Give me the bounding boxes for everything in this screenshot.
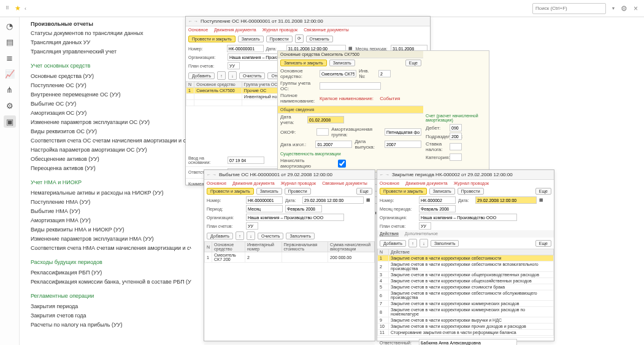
table-row[interactable]: 10Закрытие счетов в части корректировки … [378, 324, 554, 330]
table-row[interactable]: 5Закрытие счетов в части корректировки с… [378, 284, 554, 290]
cat-input[interactable] [450, 153, 462, 161]
tree-item[interactable]: Амортизация НМА (УУ) [31, 216, 186, 225]
period-input[interactable] [419, 205, 456, 212]
tab[interactable]: Журнал проводок [263, 28, 297, 32]
vyb-table[interactable]: NОсновное средствоИнвентарный номерПерво… [204, 241, 375, 263]
table-row[interactable]: 1Смеситель СК7 2002200 000.00 [205, 252, 375, 263]
process-close-button[interactable]: Провести и закрыть [380, 188, 427, 195]
org-input[interactable] [246, 214, 344, 221]
dropdown-icon[interactable]: ▾ [610, 5, 617, 12]
cancel-button[interactable]: Отменить [306, 36, 333, 42]
sub-link[interactable]: Краткое наименование: [320, 96, 374, 101]
deb-input[interactable] [450, 124, 462, 131]
tree-item[interactable]: Обесценение активов (УУ) [31, 155, 186, 164]
post-button[interactable]: Провести [266, 36, 293, 42]
stav-input[interactable] [450, 143, 462, 150]
plan-input[interactable] [228, 62, 240, 69]
tab[interactable]: Движения документа [214, 28, 256, 32]
table-row[interactable]: 11Сторнирование закрытия счетов в части … [378, 330, 554, 336]
fill-button[interactable]: Заполнить [286, 233, 314, 239]
vyp-input[interactable] [385, 141, 421, 148]
save-close-button[interactable]: Записать и закрыть [280, 60, 327, 66]
date-input[interactable] [307, 116, 344, 123]
period-val-input[interactable] [285, 205, 322, 212]
actions-table[interactable]: NДействие 1Закрытие счетов в части корре… [377, 249, 554, 336]
pie-icon[interactable]: ◔ [4, 20, 16, 32]
tree-item[interactable]: Закрытия периода [31, 302, 186, 311]
fwd-icon[interactable]: → [385, 172, 389, 177]
post-button[interactable]: Провести [285, 188, 311, 195]
up-icon[interactable]: ↑ [236, 231, 244, 240]
down-icon[interactable]: ↓ [420, 239, 428, 247]
subtab[interactable]: Действия [380, 231, 399, 236]
apps-icon[interactable]: ⠿ [4, 5, 11, 12]
back-icon[interactable]: ← [207, 172, 211, 177]
tree-item[interactable]: Произвольные отчеты [31, 20, 186, 29]
tab[interactable]: Журнал проводок [454, 181, 489, 185]
up-icon[interactable]: ↑ [408, 239, 417, 247]
doc-icon[interactable]: ▤ [4, 36, 16, 48]
num-input[interactable] [419, 196, 456, 204]
more-button[interactable]: Еще [535, 188, 551, 195]
tree-item[interactable]: Выбытие НМА (УУ) [31, 207, 186, 216]
search-input[interactable] [532, 3, 606, 14]
write-button[interactable]: Записать [429, 188, 455, 195]
add-button[interactable]: Добавить [207, 233, 233, 239]
close-icon[interactable]: × [631, 4, 640, 13]
izg-input[interactable] [315, 141, 352, 148]
date-input[interactable] [475, 196, 537, 204]
add-button[interactable]: Добавить [380, 240, 406, 247]
amort-checkbox[interactable] [338, 160, 346, 168]
table-row[interactable]: 6Закрытие счетов в части корректировки с… [378, 290, 554, 301]
table-row[interactable]: 2Закрытие счетов в части корректировки с… [378, 262, 554, 272]
tab[interactable]: Движения документа [232, 181, 275, 185]
write-button[interactable]: Записать [329, 60, 355, 66]
tree-item[interactable]: Статусы документов по трансляции данных [31, 29, 186, 38]
tree-item[interactable]: Внутреннее перемещение ОС (УУ) [31, 90, 186, 99]
clear-button[interactable]: Очистить [258, 233, 283, 239]
refresh-icon[interactable]: ⟳ [295, 34, 304, 43]
tree-item[interactable]: Виды реквизитов ОС (УУ) [31, 127, 186, 136]
tree-item[interactable]: Амортизация ОС (УУ) [31, 109, 186, 118]
table-row[interactable]: 8Закрытие счетов в части корректировки к… [378, 307, 554, 317]
date-input[interactable] [302, 196, 364, 204]
star-icon[interactable]: ★ [15, 4, 21, 12]
events-link[interactable]: События [380, 96, 400, 101]
podr-input[interactable] [450, 133, 462, 140]
period-type-input[interactable] [246, 205, 283, 212]
fwd-icon[interactable]: → [194, 19, 198, 23]
more-button[interactable]: Еще [405, 60, 421, 66]
down-icon[interactable]: ↓ [247, 231, 255, 240]
tree-item[interactable]: Настройка параметров амортизации ОС (УУ) [31, 145, 186, 155]
chart-icon[interactable]: 📈 [4, 68, 16, 80]
table-row[interactable]: 7Закрытие счетов в части корректировки к… [378, 301, 554, 307]
tree-item[interactable]: Соответствия счета ОС счетам начисления … [31, 136, 186, 145]
gr-input[interactable] [320, 82, 381, 90]
tree-item[interactable]: Трансляция данных УУ [31, 38, 186, 47]
share-icon[interactable]: ⋔ [4, 83, 16, 96]
table-row[interactable]: 4Закрытие счетов в части корректировки о… [378, 278, 554, 284]
tab[interactable]: Журнал проводок [281, 181, 316, 185]
more2-button[interactable]: Еще [535, 240, 551, 247]
clear-button[interactable]: Очистить [239, 72, 265, 79]
write-button[interactable]: Записать [256, 188, 282, 195]
tree-item[interactable]: Изменение параметров эксплуатации НМА (У… [31, 235, 186, 244]
inv-input[interactable] [378, 70, 391, 77]
date-picker-icon[interactable]: ▦ [539, 198, 543, 203]
tab[interactable]: Основное [188, 28, 208, 32]
fill-button[interactable]: Заполнить [431, 240, 459, 247]
table-row[interactable]: 1Закрытие счетов в части корректировки с… [378, 255, 554, 262]
num-input[interactable] [227, 45, 264, 52]
gear-icon[interactable]: ⚙ [621, 4, 627, 13]
back-icon[interactable]: ← [380, 172, 384, 177]
resp-input[interactable] [419, 339, 517, 345]
settings-icon[interactable]: ⚙ [4, 99, 16, 112]
okof-input[interactable] [316, 128, 329, 136]
tree-item[interactable]: Виды реквизиты НМА и НИОКР (УУ) [31, 225, 186, 235]
process-close-button[interactable]: Провести и закрыть [207, 188, 254, 195]
tree-item[interactable]: Выбытие ОС (УУ) [31, 99, 186, 109]
tree-item[interactable]: Соответствия счета НМА счетам начисления… [31, 244, 186, 253]
chevron-left-icon[interactable]: ‹ [25, 6, 26, 12]
process-close-button[interactable]: Провести и закрыть [188, 36, 236, 42]
table-row[interactable]: 9Закрытие счетов в части корректировки в… [378, 317, 554, 324]
